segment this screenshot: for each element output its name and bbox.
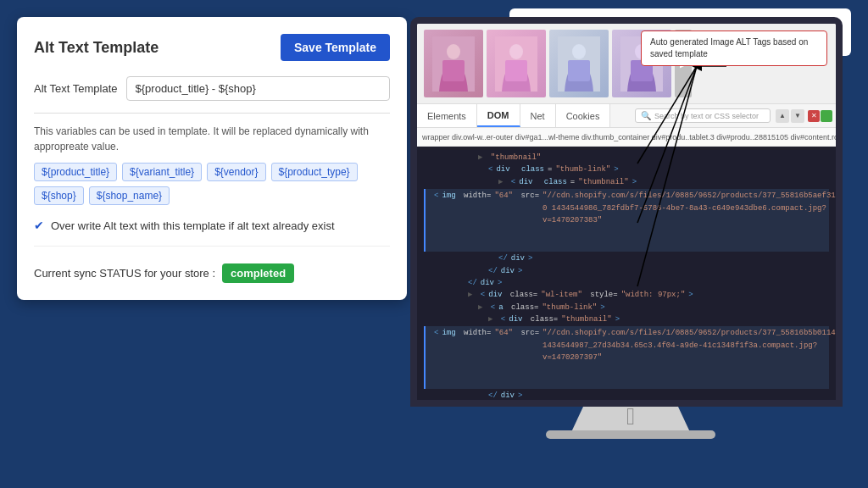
code-line: </ div > [424, 390, 829, 400]
template-row: Alt Text Template [34, 76, 390, 101]
tab-elements[interactable]: Elements [417, 104, 477, 127]
status-row: Current sync STATUS for your store : com… [34, 263, 390, 283]
var-variant-title[interactable]: ${variant_title} [122, 163, 202, 181]
var-vendor[interactable]: ${vendor} [207, 163, 265, 181]
svg-point-4 [509, 44, 523, 59]
nav-up-btn[interactable]: ▲ [776, 109, 789, 123]
code-line: </ div > [424, 252, 829, 264]
dom-bar: Elements DOM Net Cookies 🔍 Search by tex… [417, 104, 836, 128]
code-line: ▶ < div class= "wl-item" style= "width: … [424, 289, 829, 301]
monitor-container: ▶ Auto generated Image ALT Tags based on… [410, 17, 851, 466]
product-img-3 [549, 30, 609, 97]
code-line: ▶ < div class= "thumbnail" > [424, 313, 829, 325]
product-images-strip: ▶ Auto generated Image ALT Tags based on… [417, 24, 836, 104]
search-placeholder: Search by text or CSS selector [654, 112, 759, 120]
monitor-stand [546, 430, 715, 439]
panel-header: Alt Text Template Save Template [34, 34, 390, 61]
var-product-type[interactable]: ${product_type} [271, 163, 358, 181]
close-buttons: ✕ [808, 110, 832, 122]
svg-rect-2 [442, 60, 465, 81]
tab-cookies[interactable]: Cookies [556, 104, 611, 127]
product-img-2 [487, 30, 546, 97]
cookies-tab-label: Cookies [566, 111, 600, 121]
code-line: </ div > [424, 277, 829, 289]
close-green-btn[interactable] [821, 110, 832, 122]
var-shop[interactable]: ${shop} [34, 186, 84, 205]
alt-callout-text: Auto generated Image ALT Tags based on s… [650, 37, 808, 58]
tab-net[interactable]: Net [520, 104, 556, 127]
check-icon: ✔ [34, 219, 44, 232]
monitor-screen: ▶ Auto generated Image ALT Tags based on… [410, 17, 843, 407]
breadcrumb-text: wrapper div.owl-w..er-outer div#ga1...wl… [422, 133, 836, 141]
template-input[interactable] [126, 76, 390, 101]
code-line: </ div > [424, 265, 829, 277]
status-label: Current sync STATUS for your store : [34, 267, 215, 280]
svg-rect-5 [505, 60, 527, 81]
svg-point-7 [572, 44, 586, 59]
var-shop-name[interactable]: ${shop_name} [89, 186, 170, 205]
divider [34, 113, 390, 114]
search-icon: 🔍 [641, 111, 651, 120]
screen-content: ▶ Auto generated Image ALT Tags based on… [417, 24, 836, 400]
status-badge: completed [222, 263, 294, 283]
css-search-box: 🔍 Search by text or CSS selector [635, 108, 771, 123]
left-panel: Alt Text Template Save Template Alt Text… [17, 17, 407, 300]
nav-down-btn[interactable]: ▼ [791, 109, 804, 123]
template-label: Alt Text Template [34, 82, 118, 95]
tab-dom[interactable]: DOM [477, 104, 520, 127]
dom-tab-label: DOM [487, 110, 509, 120]
alt-callout: Auto generated Image ALT Tags based on s… [641, 30, 827, 66]
product-img-1 [424, 30, 483, 97]
svg-rect-8 [568, 60, 590, 81]
svg-point-1 [447, 44, 460, 59]
apple-logo:  [626, 403, 635, 430]
breadcrumb: wrapper div.owl-w..er-outer div#ga1...wl… [417, 128, 836, 147]
variables-list: ${product_title} ${variant_title} ${vend… [34, 163, 390, 205]
overwrite-row: ✔ Over write Alt text with this template… [34, 219, 390, 247]
code-line-highlight-1: < img width= "64" src= "//cdn.shopify.co… [424, 189, 829, 252]
code-line: < div class = "thumb-link" > [424, 164, 829, 175]
code-line: ▶ "thumbnail" [424, 152, 829, 164]
overwrite-label: Over write Alt text with this template i… [51, 219, 335, 232]
code-line: ▶ < a class= "thumb-link" > [424, 302, 829, 313]
panel-title: Alt Text Template [34, 39, 159, 57]
nav-buttons: ▲ ▼ [776, 109, 804, 123]
save-template-button[interactable]: Save Template [281, 34, 390, 61]
code-area: ▶ "thumbnail" < div class = "thumb-link"… [417, 147, 836, 400]
var-product-title[interactable]: ${product_title} [34, 163, 117, 181]
code-line: ▶ < div class = "thumbnail" > [424, 176, 829, 188]
code-line-highlight-2: < img width= "64" src= "//cdn.shopify.co… [424, 326, 829, 389]
net-tab-label: Net [531, 111, 545, 121]
variables-desc: This variables can be used in template. … [34, 124, 390, 154]
close-red-btn[interactable]: ✕ [808, 110, 820, 122]
